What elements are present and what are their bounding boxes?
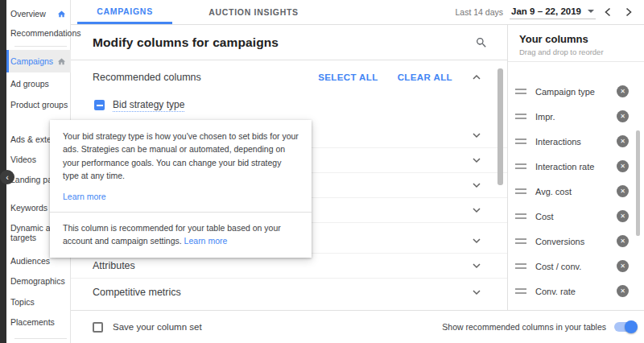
recommended-columns-label: Recommended columns <box>93 72 201 83</box>
your-columns-header: Your columns Drag and drop to reorder <box>508 25 644 62</box>
search-icon[interactable] <box>475 36 488 49</box>
show-recommended-toggle-group: Show recommended columns in your tables <box>442 322 636 332</box>
column-row-interaction-rate[interactable]: Interaction rate ✕ <box>508 154 644 179</box>
dialog-title: Modify columns for campaigns <box>93 35 279 50</box>
clear-all-button[interactable]: CLEAR ALL <box>398 72 452 82</box>
sidebar-item-overview[interactable]: Overview <box>6 8 71 19</box>
column-row-conversions[interactable]: Conversions ✕ <box>508 229 644 254</box>
save-column-set-checkbox[interactable] <box>93 322 103 333</box>
chevron-down-icon <box>472 182 481 188</box>
chevron-up-icon[interactable] <box>472 74 481 81</box>
date-range-value: Jan 9 – 22, 2019 <box>511 6 581 16</box>
sidebar-item-ad-groups[interactable]: Ad groups <box>6 78 71 89</box>
remove-column-button[interactable]: ✕ <box>617 260 629 272</box>
your-columns-subtitle: Drag and drop to reorder <box>519 48 644 56</box>
drag-handle-icon[interactable] <box>515 236 526 246</box>
date-prev-button[interactable] <box>599 3 617 21</box>
remove-column-button[interactable]: ✕ <box>617 110 629 122</box>
column-row-impr[interactable]: Impr. ✕ <box>508 104 644 129</box>
your-columns-panel: Campaign type ✕ Impr. ✕ Interactions ✕ I… <box>507 25 644 310</box>
tooltip-divider <box>50 212 312 213</box>
tooltip-note-learn-more-link[interactable]: Learn more <box>184 236 228 246</box>
remove-column-button[interactable]: ✕ <box>617 235 629 247</box>
drag-handle-icon[interactable] <box>515 161 526 172</box>
chevron-down-icon <box>472 289 481 295</box>
sidebar-divider <box>14 338 67 339</box>
save-column-set-label: Save your column set <box>113 322 202 332</box>
toggle-knob <box>625 320 638 333</box>
tab-campaigns[interactable]: CAMPAIGNS <box>77 0 172 24</box>
tab-auction-insights[interactable]: AUCTION INSIGHTS <box>193 0 314 24</box>
tooltip-note: This column is recommended for your tabl… <box>63 221 299 248</box>
footer-bar: Save your column set Show recommended co… <box>71 310 644 343</box>
column-row-campaign-type[interactable]: Campaign type ✕ <box>508 79 644 104</box>
date-range-selector[interactable]: Jan 9 – 22, 2019 <box>510 5 596 19</box>
google-ads-modify-columns-screen: ‹ Overview Recommendations Campaigns Ad … <box>0 0 644 343</box>
drag-handle-icon[interactable] <box>515 136 526 147</box>
panel-scrollbar[interactable] <box>636 130 640 236</box>
drag-handle-icon[interactable] <box>515 261 526 271</box>
home-icon <box>57 10 66 19</box>
remove-column-button[interactable]: ✕ <box>617 185 629 197</box>
remove-column-button[interactable]: ✕ <box>617 160 629 172</box>
date-next-button[interactable] <box>620 3 638 21</box>
dialog-header: Modify columns for campaigns <box>71 25 507 60</box>
bid-strategy-type-row: Bid strategy type <box>71 93 507 118</box>
date-range-controls: Last 14 days Jan 9 – 22, 2019 <box>455 0 644 24</box>
column-row-interactions[interactable]: Interactions ✕ <box>508 129 644 154</box>
sidebar-divider <box>14 46 67 47</box>
topbar: CAMPAIGNS AUCTION INSIGHTS Last 14 days … <box>71 0 644 25</box>
remove-column-button[interactable]: ✕ <box>617 285 629 297</box>
chevron-down-icon <box>472 238 481 244</box>
sidebar-item-recommendations[interactable]: Recommendations <box>6 27 71 39</box>
home-icon <box>57 57 66 66</box>
bid-strategy-checkbox[interactable] <box>94 100 105 110</box>
column-row-cost-conv[interactable]: Cost / conv. ✕ <box>508 254 644 279</box>
bid-strategy-label[interactable]: Bid strategy type <box>113 99 184 112</box>
section-row-attributes[interactable]: Attributes <box>71 254 507 279</box>
sidebar-item-topics[interactable]: Topics <box>6 296 71 308</box>
sidebar-item-campaigns[interactable]: Campaigns <box>6 50 71 72</box>
recommended-columns-header-row: Recommended columns SELECT ALL CLEAR ALL <box>71 61 507 93</box>
chevron-down-icon <box>472 132 481 138</box>
chevron-down-icon <box>472 157 481 163</box>
chevron-down-icon <box>588 10 594 13</box>
sidebar-item-demographics[interactable]: Demographics <box>6 275 71 287</box>
bid-strategy-tooltip: Your bid strategy type is how you've cho… <box>50 120 312 258</box>
dialog-scrollbar[interactable] <box>497 68 503 185</box>
sidebar-item-placements[interactable]: Placements <box>6 316 71 328</box>
show-recommended-toggle[interactable] <box>614 322 636 332</box>
your-columns-title: Your columns <box>519 33 644 45</box>
show-recommended-label: Show recommended columns in your tables <box>442 322 606 332</box>
remove-column-button[interactable]: ✕ <box>617 135 629 147</box>
column-row-conv-rate[interactable]: Conv. rate ✕ <box>508 279 644 304</box>
section-row-competitive-metrics[interactable]: Competitive metrics <box>71 279 507 306</box>
remove-column-button[interactable]: ✕ <box>617 85 629 97</box>
tooltip-body: Your bid strategy type is how you've cho… <box>63 130 299 182</box>
collapse-sidebar-button[interactable]: ‹ <box>0 170 14 184</box>
column-row-bid-strategy-type[interactable]: Bid strategy type ✕ <box>508 304 644 310</box>
chevron-down-icon <box>472 207 481 213</box>
chevron-down-icon <box>472 262 481 269</box>
column-row-cost[interactable]: Cost ✕ <box>508 204 644 229</box>
sidebar-item-product-groups[interactable]: Product groups <box>6 99 71 110</box>
drag-handle-icon[interactable] <box>515 186 526 196</box>
drag-handle-icon[interactable] <box>515 111 526 122</box>
column-row-avg-cost[interactable]: Avg. cost ✕ <box>508 179 644 204</box>
remove-column-button[interactable]: ✕ <box>617 210 629 222</box>
drag-handle-icon[interactable] <box>515 286 526 296</box>
drag-handle-icon[interactable] <box>515 86 526 97</box>
date-preset-label: Last 14 days <box>455 7 503 17</box>
select-all-button[interactable]: SELECT ALL <box>318 72 378 82</box>
tooltip-learn-more-link[interactable]: Learn more <box>63 192 106 201</box>
drag-handle-icon[interactable] <box>515 211 526 221</box>
